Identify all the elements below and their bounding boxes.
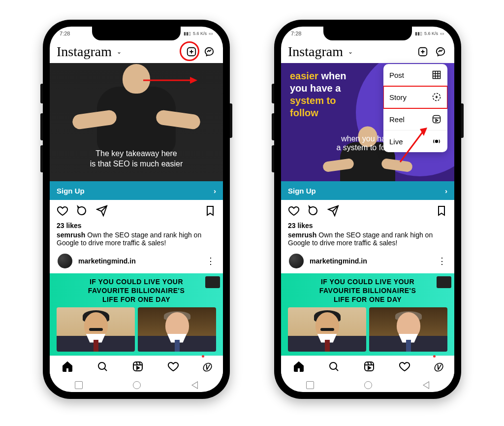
portrait-1 (288, 307, 366, 352)
more-icon[interactable]: ⋮ (206, 256, 216, 266)
like-icon[interactable] (57, 205, 68, 219)
svg-line-28 (336, 368, 339, 371)
portrait-2 (138, 307, 216, 352)
story-icon (432, 92, 441, 102)
nav-search-icon[interactable] (96, 360, 108, 374)
instagram-logo[interactable]: Instagram (57, 44, 112, 60)
grid-icon (432, 70, 441, 80)
like-count[interactable]: 23 likes (288, 222, 447, 229)
post-caption: semrush Own the SEO stage and rank high … (57, 231, 216, 247)
phone-mock-a: 7:28 ▮▮▯ 5.6 K/s ▭ Instagram ⌄ (43, 20, 230, 399)
post-headline: easier when you have a system to follow (290, 70, 380, 119)
status-time: 7:28 (60, 31, 70, 36)
like-icon[interactable] (288, 205, 300, 219)
avatar[interactable] (288, 253, 305, 269)
svg-line-25 (400, 132, 422, 162)
post-actions (281, 200, 454, 222)
watermark-icon (205, 276, 220, 288)
app-header: Instagram ⌄ (281, 40, 454, 63)
create-button[interactable] (416, 45, 430, 59)
live-icon (432, 136, 441, 146)
svg-rect-14 (433, 71, 441, 79)
save-icon[interactable] (436, 205, 447, 219)
home-button-icon[interactable] (364, 381, 372, 389)
svg-line-6 (105, 368, 107, 371)
cta-signup[interactable]: Sign Up › (281, 181, 454, 200)
recent-apps-icon[interactable] (75, 381, 83, 389)
nav-home-icon[interactable] (293, 360, 305, 374)
svg-rect-22 (433, 116, 441, 123)
nav-home-icon[interactable] (62, 360, 73, 374)
highlight-circle (180, 41, 199, 61)
status-net: 5.6 K/s (424, 31, 438, 36)
arrow-annotation (143, 73, 197, 88)
like-count[interactable]: 23 likes (57, 222, 216, 229)
post-meta: 23 likes semrush Own the SEO stage and r… (50, 222, 223, 247)
svg-point-24 (436, 140, 438, 143)
bottom-nav: Ⓥ (281, 356, 454, 378)
svg-point-27 (330, 362, 337, 369)
messenger-icon[interactable] (434, 45, 447, 59)
nav-profile-icon[interactable]: Ⓥ (434, 361, 442, 373)
share-icon[interactable] (96, 205, 108, 219)
status-battery-icon: ▭ (209, 31, 213, 36)
account-row[interactable]: marketingmind.in ⋮ (281, 247, 454, 273)
home-button-icon[interactable] (133, 381, 141, 389)
screen-b: 7:28 ▮▮▯ 5.6 K/s ▭ Instagram ⌄ (281, 27, 454, 392)
portrait-2 (369, 307, 447, 352)
account-name[interactable]: marketingmind.in (310, 257, 367, 265)
post-card[interactable]: IF YOU COULD LIVE YOUR FAVOURITE BILLION… (50, 273, 223, 356)
status-signal-icon: ▮▮▯ (184, 31, 191, 36)
status-net: 5.6 K/s (193, 31, 207, 36)
reel-icon (432, 114, 441, 124)
notification-dot (433, 355, 436, 358)
account-name[interactable]: marketingmind.in (78, 257, 136, 265)
svg-point-5 (98, 362, 105, 369)
post-title: IF YOU COULD LIVE YOUR FAVOURITE BILLION… (55, 277, 218, 304)
post-caption: semrush Own the SEO stage and rank high … (288, 231, 447, 247)
system-nav (50, 379, 223, 391)
chevron-down-icon[interactable]: ⌄ (348, 48, 353, 55)
more-icon[interactable]: ⋮ (438, 256, 447, 266)
status-battery-icon: ▭ (440, 31, 444, 36)
nav-activity-icon[interactable] (399, 360, 410, 374)
back-icon[interactable] (191, 381, 198, 389)
system-nav (281, 379, 454, 391)
status-time: 7:28 (291, 31, 301, 36)
back-icon[interactable] (423, 381, 429, 389)
chevron-right-icon: › (445, 187, 447, 195)
save-icon[interactable] (204, 205, 216, 219)
post-title: IF YOU COULD LIVE YOUR FAVOURITE BILLION… (286, 277, 449, 304)
portrait-1 (57, 307, 135, 352)
comment-icon[interactable] (308, 205, 319, 219)
screen-a: 7:28 ▮▮▯ 5.6 K/s ▭ Instagram ⌄ (50, 27, 223, 392)
phone-mock-b: 7:28 ▮▮▯ 5.6 K/s ▭ Instagram ⌄ (274, 20, 461, 399)
svg-marker-4 (190, 77, 197, 84)
messenger-icon[interactable] (202, 45, 216, 59)
account-row[interactable]: marketingmind.in ⋮ (50, 247, 223, 273)
recent-apps-icon[interactable] (306, 381, 314, 389)
avatar[interactable] (57, 253, 73, 269)
svg-rect-7 (133, 362, 142, 371)
nav-reels-icon[interactable] (363, 360, 375, 374)
post-meta: 23 likes semrush Own the SEO stage and r… (281, 222, 454, 247)
watermark-icon (437, 276, 451, 288)
nav-profile-icon[interactable]: Ⓥ (202, 361, 211, 373)
arrow-annotation (395, 125, 430, 164)
nav-search-icon[interactable] (328, 360, 340, 374)
cta-signup[interactable]: Sign Up › (50, 181, 223, 200)
post-actions (50, 200, 223, 222)
comment-icon[interactable] (76, 205, 88, 219)
app-header: Instagram ⌄ (50, 40, 223, 63)
svg-rect-29 (365, 362, 374, 371)
chevron-down-icon[interactable]: ⌄ (117, 48, 122, 55)
instagram-logo[interactable]: Instagram (288, 44, 343, 60)
share-icon[interactable] (327, 205, 339, 219)
video-caption: The key takeaway here is that SEO is muc… (50, 148, 223, 169)
menu-post[interactable]: Post (383, 64, 447, 86)
post-card[interactable]: IF YOU COULD LIVE YOUR FAVOURITE BILLION… (281, 273, 454, 356)
nav-activity-icon[interactable] (167, 360, 179, 374)
nav-reels-icon[interactable] (132, 360, 144, 374)
status-signal-icon: ▮▮▯ (415, 31, 422, 36)
menu-story[interactable]: Story (383, 86, 447, 108)
